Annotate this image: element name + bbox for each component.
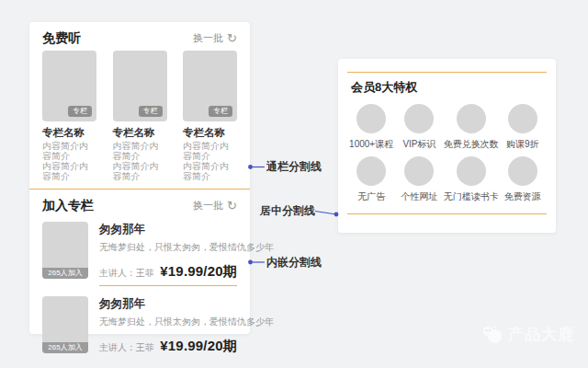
course-list-item[interactable]: 265人加入 匆匆那年 无悔梦归处，只恨太匆匆，爱恨情仇多少年 主讲人：王菲 ¥… xyxy=(42,296,237,353)
connector-line-centered xyxy=(315,212,336,215)
full-bleed-divider xyxy=(29,189,250,190)
column-card-row: 专栏 专栏名称 内容简介内容简介 内容简介内容简介 专栏 专栏名称 内容简介内容… xyxy=(42,51,237,181)
perk-icon-placeholder xyxy=(457,156,486,186)
free-listen-header: 免费听 换一批 ↻ xyxy=(42,31,237,44)
content-card: 免费听 换一批 ↻ 专栏 专栏名称 内容简介内容简介 内容简介内容简介 专栏 xyxy=(29,22,250,334)
column-desc-line1: 内容简介内容简介 xyxy=(42,141,96,161)
perk-icon-placeholder xyxy=(508,104,537,133)
perk-icon-placeholder xyxy=(356,104,386,133)
course-subtitle: 无悔梦归处，只恨太匆匆，爱恨情仇多少年 xyxy=(99,316,237,327)
perk-item: 免费资源 xyxy=(499,156,547,201)
refresh-label: 换一批 xyxy=(193,31,223,44)
centered-divider-bottom xyxy=(347,213,547,214)
members-count-badge: 265人加入 xyxy=(42,342,88,353)
refresh-icon: ↻ xyxy=(227,201,237,211)
course-price: ¥19.99/20期 xyxy=(160,339,237,353)
join-column-header: 加入专栏 换一批 ↻ xyxy=(42,199,237,212)
column-desc: 内容简介内容简介 内容简介内容简介 xyxy=(183,141,237,181)
section-title-free-listen: 免费听 xyxy=(42,31,81,44)
column-card[interactable]: 专栏 专栏名称 内容简介内容简介 内容简介内容简介 xyxy=(113,51,167,181)
column-name: 专栏名称 xyxy=(113,127,167,138)
column-type-badge: 专栏 xyxy=(209,106,232,117)
deer-logo-icon xyxy=(481,325,503,345)
column-desc: 内容简介内容简介 内容简介内容简介 xyxy=(42,141,96,181)
perk-icon-placeholder xyxy=(457,104,486,133)
perk-icon-placeholder xyxy=(404,104,434,133)
course-cover-placeholder: 265人加入 xyxy=(42,222,88,279)
perk-label: 个性网址 xyxy=(401,192,437,201)
brand-watermark: 产品大鹿 xyxy=(481,324,574,345)
perk-item: 无广告 xyxy=(347,156,395,201)
perk-label: 无门槛读书卡 xyxy=(444,192,499,201)
column-desc-line2: 内容简介内容简介 xyxy=(42,161,96,181)
perk-item: 个性网址 xyxy=(395,156,443,201)
centered-divider-top xyxy=(347,72,547,73)
perk-item: VIP标识 xyxy=(395,104,443,149)
course-info: 匆匆那年 无悔梦归处，只恨太匆匆，爱恨情仇多少年 主讲人：王菲 ¥19.99/2… xyxy=(99,296,237,353)
perk-icon-placeholder xyxy=(508,156,537,186)
course-title: 匆匆那年 xyxy=(99,224,237,236)
course-meta-row: 主讲人：王菲 ¥19.99/20期 xyxy=(99,339,237,353)
column-cover-placeholder: 专栏 xyxy=(42,51,96,121)
course-list-item[interactable]: 265人加入 匆匆那年 无悔梦归处，只恨太匆匆，爱恨情仇多少年 主讲人：王菲 ¥… xyxy=(42,222,237,279)
course-cover-placeholder: 265人加入 xyxy=(42,296,88,353)
section-title-join-column: 加入专栏 xyxy=(42,199,94,212)
members-count-badge: 265人加入 xyxy=(42,268,88,279)
perk-label: 1000+课程 xyxy=(349,140,393,149)
canvas: 免费听 换一批 ↻ 专栏 专栏名称 内容简介内容简介 内容简介内容简介 专栏 xyxy=(0,0,588,368)
column-desc-line1: 内容简介内容简介 xyxy=(183,141,237,161)
annotation-full-bleed-divider: 通栏分割线 xyxy=(266,161,322,173)
column-desc-line1: 内容简介内容简介 xyxy=(113,141,167,161)
course-title: 匆匆那年 xyxy=(99,298,237,310)
perk-icon-placeholder xyxy=(356,156,386,186)
perk-item: 1000+课程 xyxy=(347,104,395,149)
course-subtitle: 无悔梦归处，只恨太匆匆，爱恨情仇多少年 xyxy=(99,242,237,252)
perk-item: 免费兑换次数 xyxy=(444,104,499,149)
inset-divider xyxy=(99,285,237,286)
column-name: 专栏名称 xyxy=(183,127,237,138)
column-card[interactable]: 专栏 专栏名称 内容简介内容简介 内容简介内容简介 xyxy=(183,51,237,181)
column-desc-line2: 内容简介内容简介 xyxy=(113,161,167,181)
annotation-centered-divider: 居中分割线 xyxy=(260,205,315,217)
annotation-inset-divider: 内嵌分割线 xyxy=(266,257,322,269)
column-card[interactable]: 专栏 专栏名称 内容简介内容简介 内容简介内容简介 xyxy=(42,51,96,181)
perk-label: VIP标识 xyxy=(402,140,435,149)
lecturer-label: 主讲人：王菲 xyxy=(99,267,154,279)
perk-item: 购课9折 xyxy=(499,104,547,149)
column-cover-placeholder: 专栏 xyxy=(113,51,167,121)
brand-name: 产品大鹿 xyxy=(508,324,574,345)
column-desc: 内容简介内容简介 内容简介内容简介 xyxy=(113,141,167,181)
column-type-badge: 专栏 xyxy=(139,106,163,117)
perk-label: 购课9折 xyxy=(506,140,539,149)
perk-icon-placeholder xyxy=(404,156,434,186)
membership-title: 会员8大特权 xyxy=(347,81,547,94)
perks-grid: 1000+课程 VIP标识 免费兑换次数 购课9折 无广告 个性网址 xyxy=(347,104,547,201)
perk-item: 无门槛读书卡 xyxy=(444,156,499,201)
refresh-label: 换一批 xyxy=(193,199,223,212)
lecturer-label: 主讲人：王菲 xyxy=(99,341,154,353)
course-info: 匆匆那年 无悔梦归处，只恨太匆匆，爱恨情仇多少年 主讲人：王菲 ¥19.99/2… xyxy=(99,222,237,279)
column-desc-line2: 内容简介内容简介 xyxy=(183,161,237,181)
refresh-batch-button[interactable]: 换一批 ↻ xyxy=(193,31,237,44)
perk-label: 无广告 xyxy=(357,192,385,201)
refresh-batch-button[interactable]: 换一批 ↻ xyxy=(193,199,237,212)
refresh-icon: ↻ xyxy=(227,33,237,43)
column-cover-placeholder: 专栏 xyxy=(183,51,237,121)
column-name: 专栏名称 xyxy=(42,127,96,138)
perk-label: 免费兑换次数 xyxy=(444,140,499,149)
course-meta-row: 主讲人：王菲 ¥19.99/20期 xyxy=(99,264,237,279)
perk-label: 免费资源 xyxy=(504,192,541,201)
column-type-badge: 专栏 xyxy=(68,106,92,117)
membership-card: 会员8大特权 1000+课程 VIP标识 免费兑换次数 购课9折 无广告 xyxy=(338,59,556,233)
course-price: ¥19.99/20期 xyxy=(160,264,237,279)
